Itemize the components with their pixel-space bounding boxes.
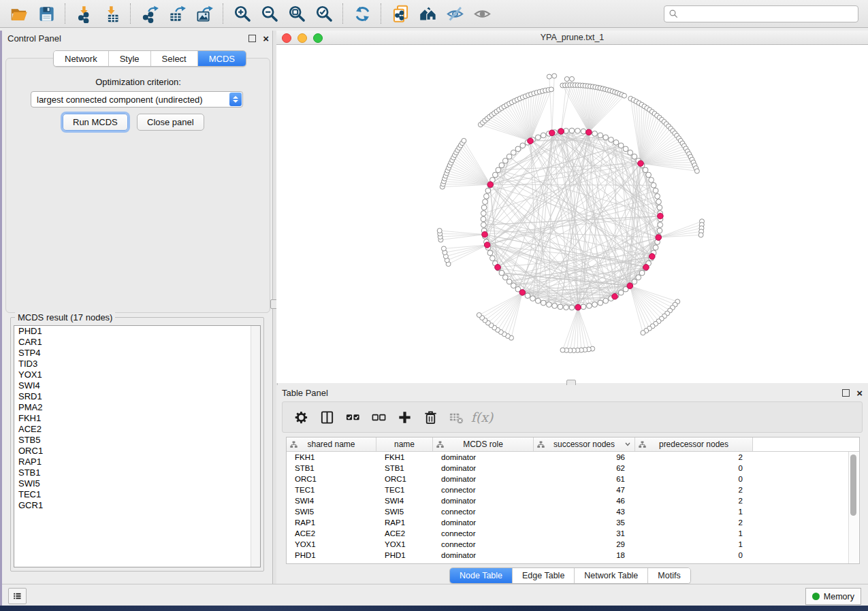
mcds-result-item[interactable]: FKH1 xyxy=(14,413,260,424)
unselect-all-columns-button[interactable] xyxy=(367,405,390,429)
table-row[interactable]: YOX1YOX1connector291 xyxy=(287,539,859,550)
select-all-columns-button[interactable] xyxy=(341,405,364,429)
graph-hub-node[interactable] xyxy=(638,161,644,167)
tab-select[interactable]: Select xyxy=(150,51,197,66)
mcds-list-scrollbar[interactable] xyxy=(251,326,260,567)
delete-column-button[interactable] xyxy=(419,405,442,429)
table-row[interactable]: RAP1RAP1dominator352 xyxy=(287,517,859,528)
run-mcds-button[interactable]: Run MCDS xyxy=(63,114,128,131)
mcds-result-item[interactable]: YOX1 xyxy=(14,369,260,380)
graph-hub-node[interactable] xyxy=(612,293,618,299)
hide-selected-button[interactable] xyxy=(441,2,468,25)
graph-hub-node[interactable] xyxy=(482,231,488,237)
mcds-result-item[interactable]: STB5 xyxy=(14,435,260,446)
function-builder-button[interactable]: f(x) xyxy=(470,405,494,429)
network-window-titlebar[interactable]: YPA_prune.txt_1 xyxy=(276,31,868,45)
task-history-button[interactable] xyxy=(8,588,27,604)
delete-table-button[interactable] xyxy=(445,405,468,429)
import-network-button[interactable] xyxy=(71,2,98,25)
graph-hub-node[interactable] xyxy=(656,235,662,241)
table-scrollbar[interactable] xyxy=(848,452,858,563)
mcds-result-item[interactable]: CAR1 xyxy=(14,337,260,348)
column-header-successor-nodes[interactable]: successor nodes xyxy=(534,437,635,451)
table-row[interactable]: FKH1FKH1dominator962 xyxy=(287,452,859,463)
tab-mcds[interactable]: MCDS xyxy=(197,51,246,66)
graph-hub-node[interactable] xyxy=(575,304,581,310)
graph-hub-node[interactable] xyxy=(586,129,592,135)
graph-hub-node[interactable] xyxy=(558,129,564,135)
mcds-result-item[interactable]: GCR1 xyxy=(14,500,260,511)
mcds-result-item[interactable]: TEC1 xyxy=(14,489,260,500)
mcds-result-item[interactable]: TID3 xyxy=(14,359,260,369)
table-row[interactable]: STB1STB1dominator620 xyxy=(287,463,859,474)
open-file-button[interactable] xyxy=(5,2,33,25)
column-header-shared-name[interactable]: shared name xyxy=(287,437,376,451)
graph-hub-node[interactable] xyxy=(484,242,490,248)
table-options-button[interactable] xyxy=(289,405,312,429)
graph-hub-node[interactable] xyxy=(627,283,633,289)
search-box[interactable] xyxy=(664,5,858,22)
memory-button[interactable]: Memory xyxy=(805,588,861,605)
export-network-button[interactable] xyxy=(136,2,163,25)
tab-style[interactable]: Style xyxy=(108,51,150,66)
zoom-in-button[interactable] xyxy=(229,2,256,25)
mcds-result-item[interactable]: PHD1 xyxy=(14,326,260,337)
mcds-result-item[interactable]: ACE2 xyxy=(14,424,260,435)
graph-hub-node[interactable] xyxy=(528,138,534,144)
minimize-traffic-icon[interactable] xyxy=(298,33,307,43)
table-row[interactable]: ACE2ACE2connector311 xyxy=(287,528,859,539)
first-neighbors-button[interactable] xyxy=(414,2,441,25)
table-row[interactable]: SWI4SWI4dominator462 xyxy=(287,495,859,506)
optimization-criterion-select[interactable]: largest connected component (undirected) xyxy=(31,91,243,108)
maximize-traffic-icon[interactable] xyxy=(313,33,323,43)
table-row[interactable]: SWI5SWI5connector431 xyxy=(287,506,859,517)
column-header-predecessor-nodes[interactable]: predecessor nodes xyxy=(635,437,753,451)
float-table-panel-icon[interactable] xyxy=(842,389,850,397)
close-table-panel-icon[interactable]: × xyxy=(856,390,863,396)
save-session-button[interactable] xyxy=(33,2,60,25)
import-table-button[interactable] xyxy=(98,2,125,25)
graph-hub-node[interactable] xyxy=(649,254,656,260)
close-traffic-icon[interactable] xyxy=(282,33,291,43)
show-all-button[interactable] xyxy=(468,2,496,25)
mcds-result-item[interactable]: SWI5 xyxy=(14,478,260,489)
mcds-result-item[interactable]: SRD1 xyxy=(14,391,260,402)
table-row[interactable]: ORC1ORC1dominator610 xyxy=(287,474,859,484)
zoom-fit-button[interactable] xyxy=(283,2,310,25)
close-panel-button[interactable]: Close panel xyxy=(137,114,204,131)
mcds-result-item[interactable]: SWI4 xyxy=(14,380,260,391)
search-input[interactable] xyxy=(681,7,858,21)
mcds-result-item[interactable]: PMA2 xyxy=(14,402,260,413)
column-header-MCDS-role[interactable]: MCDS role xyxy=(433,437,534,451)
tab-network-table[interactable]: Network Table xyxy=(574,568,647,583)
tab-node-table[interactable]: Node Table xyxy=(450,568,512,583)
apply-layout-button[interactable] xyxy=(349,2,376,25)
graph-hub-node[interactable] xyxy=(487,182,494,188)
tab-motifs[interactable]: Motifs xyxy=(647,568,690,583)
graph-hub-node[interactable] xyxy=(658,213,664,219)
graph-hub-node[interactable] xyxy=(519,290,526,296)
zoom-selected-button[interactable] xyxy=(310,2,338,25)
export-image-button[interactable] xyxy=(191,2,218,25)
mcds-result-list[interactable]: PHD1CAR1STP4TID3YOX1SWI4SRD1PMA2FKH1ACE2… xyxy=(14,325,261,567)
graph-hub-node[interactable] xyxy=(549,130,556,136)
zoom-out-button[interactable] xyxy=(256,2,283,25)
graph-hub-node[interactable] xyxy=(643,265,649,271)
mcds-result-item[interactable]: RAP1 xyxy=(14,457,260,467)
mcds-result-item[interactable]: ORC1 xyxy=(14,446,260,457)
create-column-button[interactable] xyxy=(393,405,416,429)
table-scrollbar-thumb[interactable] xyxy=(850,455,856,516)
export-table-button[interactable] xyxy=(163,2,191,25)
show-columns-button[interactable] xyxy=(315,405,338,429)
mcds-result-item[interactable]: STP4 xyxy=(14,348,260,359)
tab-network[interactable]: Network xyxy=(54,51,108,66)
new-network-from-selection-button[interactable] xyxy=(387,2,414,25)
column-header-name[interactable]: name xyxy=(376,437,433,451)
float-window-icon[interactable] xyxy=(248,35,256,42)
table-row[interactable]: TEC1TEC1connector472 xyxy=(287,484,859,495)
tab-edge-table[interactable]: Edge Table xyxy=(512,568,574,583)
close-window-icon[interactable]: × xyxy=(263,35,269,42)
network-canvas[interactable] xyxy=(276,45,868,383)
table-row[interactable]: PHD1PHD1dominator180 xyxy=(287,550,859,561)
mcds-result-item[interactable]: STB1 xyxy=(14,467,260,478)
